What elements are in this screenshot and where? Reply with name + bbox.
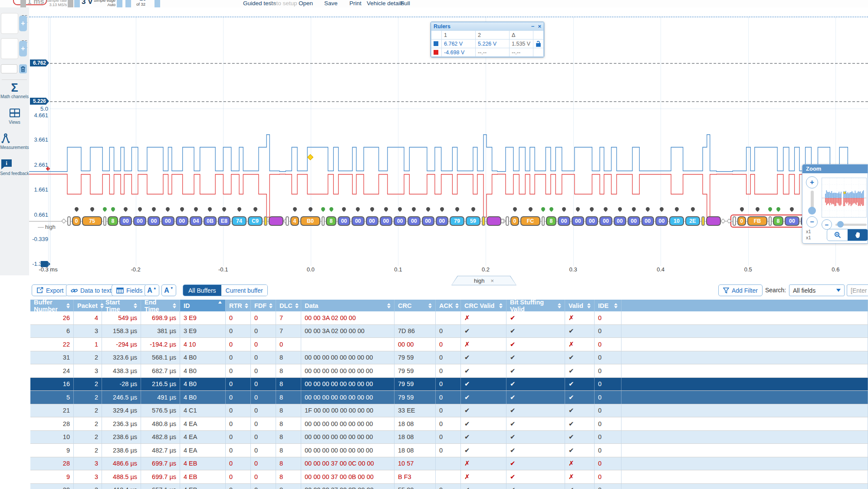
cell-rtr[interactable]: 0 [226, 391, 251, 404]
cell-id[interactable]: 3 E9 [180, 325, 226, 338]
decode-block-crc[interactable]: 59 [466, 216, 480, 226]
cell-crc[interactable]: 10 57 [395, 457, 436, 470]
column-header-fdf[interactable]: FDF [251, 300, 276, 311]
view-tab-high[interactable]: high × [451, 276, 516, 285]
cell-end[interactable]: 491 µs [141, 391, 180, 404]
cell-end[interactable]: 657.1 µs [141, 484, 180, 489]
decode-block-data[interactable]: 00 [161, 216, 174, 226]
cell-fdf[interactable]: 0 [251, 404, 276, 417]
cell-rtr[interactable]: 0 [226, 338, 251, 351]
cell-id[interactable]: 4 C1 [180, 404, 226, 417]
cell-start[interactable]: 246.5 µs [102, 391, 141, 404]
cell-fdf[interactable]: 0 [251, 325, 276, 338]
cell-crc_valid[interactable]: ✗ [461, 470, 506, 483]
cell-crc_valid[interactable]: ✔ [461, 431, 506, 444]
cell-crc_valid[interactable]: ✔ [461, 325, 506, 338]
decode-block-sof[interactable] [322, 216, 325, 226]
menu-vehicle-details[interactable]: Vehicle details [367, 0, 404, 7]
cell-crc[interactable]: 18 08 [395, 444, 436, 457]
table-row[interactable]: 243438.3 µs682.7 µs4 B000800 00 00 00 00… [30, 364, 868, 378]
cell-start[interactable]: -294 µs [102, 338, 141, 351]
cell-id[interactable]: 4 EB [180, 470, 226, 483]
buffer-next-button[interactable] [155, 0, 160, 7]
cell-data[interactable]: 00 00 00 00 00 00 00 00 [301, 444, 395, 457]
cell-packet[interactable]: 2 [74, 378, 102, 391]
cell-id[interactable]: 4 10 [180, 338, 226, 351]
cell-rtr[interactable]: 0 [226, 457, 251, 470]
cell-packet[interactable]: 2 [74, 444, 102, 457]
cell-dlc[interactable]: 8 [276, 404, 301, 417]
table-row[interactable]: 264549 µs698.9 µs3 E900700 00 3A 02 00 0… [30, 311, 868, 325]
decode-block-data[interactable]: 00 [352, 216, 364, 226]
decode-block-flash[interactable] [701, 216, 705, 226]
cell-buffer[interactable]: 29 [30, 484, 74, 489]
menu-open[interactable]: Open [299, 0, 313, 7]
cell-end[interactable]: 576.5 µs [141, 404, 180, 417]
cell-data[interactable]: 00 00 00 00 00 00 00 00 [301, 364, 395, 377]
voltage-range[interactable]: 3 V [82, 0, 93, 6]
zoom-vertical-slider-thumb[interactable] [808, 207, 816, 215]
decode-block-dlc[interactable]: 8 [773, 216, 783, 226]
cell-buffer[interactable]: 16 [30, 378, 74, 391]
cell-end[interactable]: -194.2 µs [141, 338, 180, 351]
cell-dlc[interactable]: 8 [276, 417, 301, 430]
cell-ack[interactable]: 0 [436, 444, 461, 457]
cell-packet[interactable]: 3 [74, 484, 102, 489]
decode-block-id[interactable]: 0 [737, 216, 746, 226]
channel-1-add-button[interactable]: + [19, 16, 27, 31]
cell-data[interactable]: 00 00 00 00 00 00 00 00 [301, 417, 395, 430]
decode-block-data[interactable]: 0B [204, 216, 216, 226]
decode-block-data[interactable]: 00 [380, 216, 392, 226]
cell-crc[interactable]: 00 00 [395, 338, 436, 351]
cell-end[interactable]: 480.8 µs [141, 417, 180, 430]
column-header-dlc[interactable]: DLC [276, 300, 301, 311]
decode-block-data[interactable]: 00 [572, 216, 584, 226]
cell-ide[interactable]: 0 [595, 417, 621, 430]
cell-valid[interactable]: ✗ [565, 311, 595, 324]
decode-block-data[interactable]: 00 [599, 216, 612, 226]
cell-ack[interactable]: 0 [436, 325, 461, 338]
decode-block-data[interactable]: 00 [558, 216, 570, 226]
menu-full[interactable]: Full [401, 0, 410, 7]
column-header-end[interactable]: End Time [141, 300, 180, 311]
decode-block-data[interactable]: 00 [176, 216, 188, 226]
decode-block-sof[interactable] [506, 216, 509, 226]
rulers-minimize-button[interactable]: − [531, 23, 535, 30]
menu-auto-setup[interactable]: Auto setup [269, 0, 297, 7]
cell-valid[interactable]: ✔ [565, 378, 595, 391]
decode-block-data[interactable]: 00 [338, 216, 350, 226]
cell-ack[interactable]: 0 [436, 484, 461, 489]
trigger-settings[interactable]: Simple edgeAuto [94, 0, 115, 7]
cell-dlc[interactable]: 8 [276, 364, 301, 377]
cell-dlc[interactable]: 7 [276, 311, 301, 324]
cell-rtr[interactable]: 0 [226, 364, 251, 377]
column-header-packet[interactable]: Packet [74, 300, 102, 311]
cell-rtr[interactable]: 0 [226, 351, 251, 364]
cell-packet[interactable]: 2 [74, 391, 102, 404]
cell-ide[interactable]: 0 [595, 470, 621, 483]
cell-id[interactable]: 3 E9 [180, 311, 226, 324]
cell-data[interactable]: 00 00 00 00 00 00 00 00 [301, 351, 395, 364]
cell-packet[interactable]: 3 [74, 457, 102, 470]
table-row[interactable]: 162-28 µs216.5 µs4 B000800 00 00 00 00 0… [30, 378, 868, 391]
cell-id[interactable]: 4 EB [180, 457, 226, 470]
search-value-input[interactable]: [Enter value] [847, 284, 868, 296]
cell-data[interactable]: 00 00 00 00 00 00 00 00 [301, 378, 395, 391]
cell-start[interactable]: 329.4 µs [102, 404, 141, 417]
cell-fdf[interactable]: 0 [251, 444, 276, 457]
decode-block-flash[interactable] [264, 216, 267, 226]
column-header-bit_stuffing_valid[interactable]: Bit Stuffing Valid [506, 300, 565, 311]
cell-crc_valid[interactable]: ✔ [461, 378, 506, 391]
cell-fdf[interactable]: 0 [251, 351, 276, 364]
cell-end[interactable]: 381 µs [141, 325, 180, 338]
cell-rtr[interactable]: 0 [226, 417, 251, 430]
decode-block-data[interactable]: 00 [655, 216, 668, 226]
cell-ack[interactable]: 0 [436, 364, 461, 377]
decode-block-dlc[interactable]: 8 [546, 216, 556, 226]
decode-block-id[interactable]: 0 [72, 216, 81, 226]
cell-bit_stuffing_valid[interactable]: ✔ [506, 484, 565, 489]
cell-bit_stuffing_valid[interactable]: ✔ [506, 338, 565, 351]
decode-block-id[interactable]: FB [747, 216, 767, 226]
cell-valid[interactable]: ✔ [565, 391, 595, 404]
cell-dlc[interactable]: 8 [276, 431, 301, 444]
